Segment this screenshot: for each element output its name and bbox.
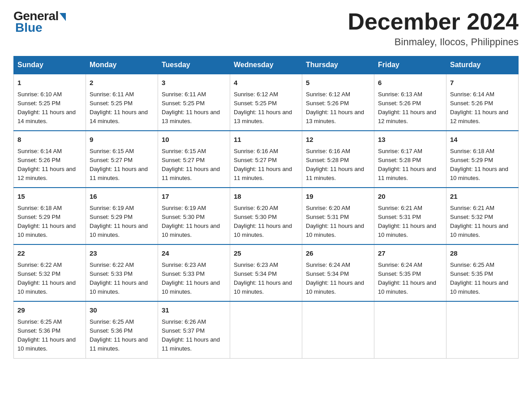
day-info: Sunrise: 6:24 AMSunset: 5:34 PMDaylight:… [306,261,370,297]
logo-blue-text: Blue [13,21,43,35]
day-info: Sunrise: 6:14 AMSunset: 5:26 PMDaylight:… [450,90,515,126]
calendar-cell: 16Sunrise: 6:19 AMSunset: 5:29 PMDayligh… [86,188,158,244]
day-number: 28 [450,248,515,259]
day-info: Sunrise: 6:16 AMSunset: 5:28 PMDaylight:… [306,147,370,183]
calendar-table: SundayMondayTuesdayWednesdayThursdayFrid… [13,56,519,358]
day-info: Sunrise: 6:22 AMSunset: 5:33 PMDaylight:… [90,261,154,297]
day-number: 6 [378,78,442,88]
calendar-cell: 31Sunrise: 6:26 AMSunset: 5:37 PMDayligh… [158,301,230,358]
day-info: Sunrise: 6:20 AMSunset: 5:30 PMDaylight:… [234,204,298,240]
calendar-cell: 30Sunrise: 6:25 AMSunset: 5:36 PMDayligh… [86,301,158,358]
calendar-week-row: 29Sunrise: 6:25 AMSunset: 5:36 PMDayligh… [14,301,519,358]
day-info: Sunrise: 6:20 AMSunset: 5:31 PMDaylight:… [306,204,370,240]
day-info: Sunrise: 6:15 AMSunset: 5:27 PMDaylight:… [162,147,226,183]
day-number: 25 [234,248,298,259]
day-info: Sunrise: 6:14 AMSunset: 5:26 PMDaylight:… [17,147,82,183]
logo-arrow-icon [60,13,66,21]
day-number: 27 [378,248,442,259]
calendar-cell: 14Sunrise: 6:18 AMSunset: 5:29 PMDayligh… [446,131,519,188]
calendar-day-header: Sunday [14,56,86,74]
title-section: December 2024 Binmaley, Ilocos, Philippi… [348,9,519,48]
calendar-cell: 23Sunrise: 6:22 AMSunset: 5:33 PMDayligh… [86,244,158,301]
calendar-cell: 7Sunrise: 6:14 AMSunset: 5:26 PMDaylight… [446,74,519,131]
day-number: 12 [306,135,370,145]
calendar-cell: 12Sunrise: 6:16 AMSunset: 5:28 PMDayligh… [302,131,374,188]
calendar-cell: 1Sunrise: 6:10 AMSunset: 5:25 PMDaylight… [14,74,86,131]
calendar-week-row: 1Sunrise: 6:10 AMSunset: 5:25 PMDaylight… [14,74,519,131]
calendar-body: 1Sunrise: 6:10 AMSunset: 5:25 PMDaylight… [14,74,519,358]
day-number: 15 [17,192,82,202]
calendar-day-header: Thursday [302,56,374,74]
day-number: 14 [450,135,515,145]
calendar-day-header: Wednesday [230,56,302,74]
day-number: 5 [306,78,370,88]
day-number: 2 [90,78,154,88]
day-number: 18 [234,192,298,202]
calendar-cell [302,301,374,358]
day-info: Sunrise: 6:12 AMSunset: 5:26 PMDaylight:… [306,90,370,126]
calendar-cell: 6Sunrise: 6:13 AMSunset: 5:26 PMDaylight… [374,74,446,131]
calendar-cell: 4Sunrise: 6:12 AMSunset: 5:25 PMDaylight… [230,74,302,131]
calendar-cell: 3Sunrise: 6:11 AMSunset: 5:25 PMDaylight… [158,74,230,131]
month-title: December 2024 [348,9,519,34]
day-info: Sunrise: 6:22 AMSunset: 5:32 PMDaylight:… [17,261,82,297]
day-number: 13 [378,135,442,145]
calendar-cell: 29Sunrise: 6:25 AMSunset: 5:36 PMDayligh… [14,301,86,358]
calendar-cell: 28Sunrise: 6:25 AMSunset: 5:35 PMDayligh… [446,244,519,301]
calendar-day-header: Monday [86,56,158,74]
day-number: 23 [90,248,154,259]
calendar-cell [446,301,519,358]
calendar-week-row: 8Sunrise: 6:14 AMSunset: 5:26 PMDaylight… [14,131,519,188]
calendar-cell [374,301,446,358]
day-info: Sunrise: 6:25 AMSunset: 5:36 PMDaylight:… [17,317,82,354]
calendar-day-header: Tuesday [158,56,230,74]
day-number: 29 [17,305,82,316]
calendar-cell: 26Sunrise: 6:24 AMSunset: 5:34 PMDayligh… [302,244,374,301]
day-number: 24 [162,248,226,259]
calendar-week-row: 22Sunrise: 6:22 AMSunset: 5:32 PMDayligh… [14,244,519,301]
day-info: Sunrise: 6:11 AMSunset: 5:25 PMDaylight:… [90,90,154,126]
day-info: Sunrise: 6:15 AMSunset: 5:27 PMDaylight:… [90,147,154,183]
day-number: 4 [234,78,298,88]
page-header: General Blue December 2024 Binmaley, Ilo… [13,9,519,48]
calendar-cell: 10Sunrise: 6:15 AMSunset: 5:27 PMDayligh… [158,131,230,188]
day-info: Sunrise: 6:10 AMSunset: 5:25 PMDaylight:… [17,90,82,126]
day-info: Sunrise: 6:21 AMSunset: 5:32 PMDaylight:… [450,204,515,240]
day-number: 3 [162,78,226,88]
day-number: 1 [17,78,82,88]
day-info: Sunrise: 6:21 AMSunset: 5:31 PMDaylight:… [378,204,442,240]
calendar-cell: 8Sunrise: 6:14 AMSunset: 5:26 PMDaylight… [14,131,86,188]
day-number: 19 [306,192,370,202]
day-info: Sunrise: 6:16 AMSunset: 5:27 PMDaylight:… [234,147,298,183]
logo: General Blue [13,9,66,35]
day-info: Sunrise: 6:24 AMSunset: 5:35 PMDaylight:… [378,261,442,297]
calendar-cell: 17Sunrise: 6:19 AMSunset: 5:30 PMDayligh… [158,188,230,244]
day-info: Sunrise: 6:19 AMSunset: 5:29 PMDaylight:… [90,204,154,240]
day-info: Sunrise: 6:23 AMSunset: 5:34 PMDaylight:… [234,261,298,297]
day-number: 21 [450,192,515,202]
day-number: 9 [90,135,154,145]
day-number: 26 [306,248,370,259]
day-number: 22 [17,248,82,259]
day-number: 31 [162,305,226,316]
day-number: 7 [450,78,515,88]
day-info: Sunrise: 6:18 AMSunset: 5:29 PMDaylight:… [450,147,515,183]
calendar-cell: 24Sunrise: 6:23 AMSunset: 5:33 PMDayligh… [158,244,230,301]
day-number: 17 [162,192,226,202]
day-info: Sunrise: 6:19 AMSunset: 5:30 PMDaylight:… [162,204,226,240]
day-number: 11 [234,135,298,145]
calendar-day-header: Saturday [446,56,519,74]
calendar-cell: 2Sunrise: 6:11 AMSunset: 5:25 PMDaylight… [86,74,158,131]
day-info: Sunrise: 6:11 AMSunset: 5:25 PMDaylight:… [162,90,226,126]
calendar-cell [230,301,302,358]
day-number: 20 [378,192,442,202]
day-info: Sunrise: 6:18 AMSunset: 5:29 PMDaylight:… [17,204,82,240]
day-number: 30 [90,305,154,316]
calendar-header-row: SundayMondayTuesdayWednesdayThursdayFrid… [14,56,519,74]
calendar-cell: 9Sunrise: 6:15 AMSunset: 5:27 PMDaylight… [86,131,158,188]
day-info: Sunrise: 6:25 AMSunset: 5:35 PMDaylight:… [450,261,515,297]
calendar-cell: 20Sunrise: 6:21 AMSunset: 5:31 PMDayligh… [374,188,446,244]
calendar-cell: 27Sunrise: 6:24 AMSunset: 5:35 PMDayligh… [374,244,446,301]
day-number: 10 [162,135,226,145]
day-info: Sunrise: 6:25 AMSunset: 5:36 PMDaylight:… [90,317,154,354]
